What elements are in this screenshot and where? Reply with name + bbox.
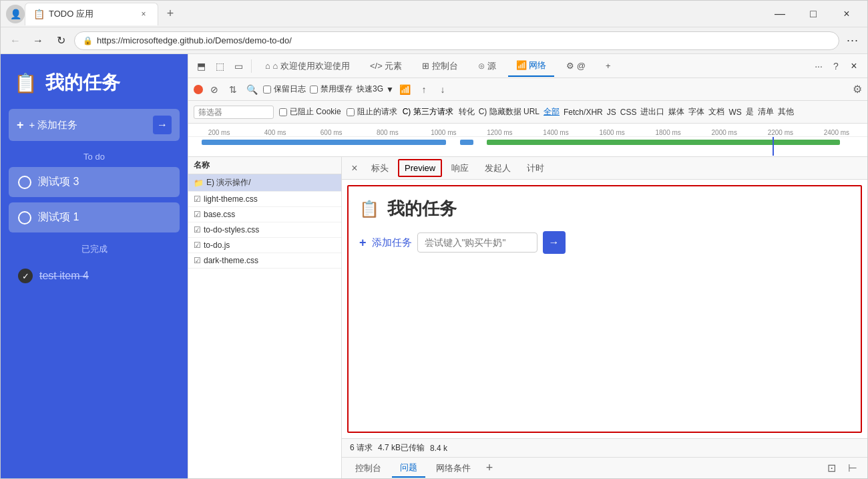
filter-tag-transform[interactable]: 转化 (459, 106, 475, 118)
blocked-filter-checkbox[interactable] (347, 108, 355, 116)
request-item-light[interactable]: ☑ light-theme.css (188, 192, 341, 207)
filter-tag-media[interactable]: 媒体 (668, 106, 684, 118)
detail-tab-timing[interactable]: 计时 (520, 158, 551, 178)
devtools-close-button[interactable]: × (846, 58, 862, 74)
tab-network[interactable]: 📶 网络 (508, 55, 555, 77)
cookie-filter-label[interactable]: 已阻止 Cookie (279, 106, 341, 118)
devtools-help-button[interactable]: ? (829, 59, 843, 73)
disable-cache-checkbox[interactable] (310, 86, 318, 94)
filter-tag-yes[interactable]: 是 (746, 106, 754, 118)
active-tab[interactable]: 📋 TODO 应用 × (25, 3, 158, 25)
back-button[interactable]: ← (6, 31, 25, 50)
preview-task-input[interactable] (417, 232, 537, 253)
upload-icon[interactable]: ↑ (417, 82, 431, 97)
clear-button[interactable]: ⊘ (207, 82, 222, 97)
refresh-button[interactable]: ↻ (51, 31, 70, 50)
bottom-tab-issues[interactable]: 问题 (392, 459, 425, 478)
filter-tag-font[interactable]: 字体 (688, 106, 704, 118)
preserve-log-label[interactable]: 保留日志 (263, 84, 306, 95)
record-button[interactable] (194, 85, 203, 94)
preview-add-button[interactable]: → (543, 231, 566, 254)
download-icon[interactable]: ↓ (435, 82, 450, 97)
blocked-filter-label[interactable]: 阻止的请求 (347, 106, 397, 118)
network-speed-selector[interactable]: 快速3G ▼ (357, 84, 394, 95)
filter-tag-css[interactable]: CSS (620, 108, 637, 117)
filter-input[interactable] (194, 106, 274, 119)
network-settings-icon[interactable]: ⚙ (853, 83, 862, 96)
filter-tag-hide-url[interactable]: C) 隐藏数据 URL (479, 106, 539, 118)
inspect-element-button[interactable]: ⬒ (194, 59, 208, 73)
devtools-bottom-tabs: 控制台 问题 网络条件 + ⊡ ⊢ (342, 457, 867, 478)
tab-sources[interactable]: ⊙ 源 (470, 56, 504, 76)
transfer-size: 4.7 kB已传输 (378, 442, 425, 454)
bottom-tab-network-conditions[interactable]: 网络条件 (428, 460, 479, 477)
new-tab-button[interactable]: + (161, 5, 180, 23)
detail-close-button[interactable]: × (347, 161, 362, 176)
tab-console[interactable]: ⊞ 控制台 (414, 56, 466, 76)
devtools-toolbar-right: ··· ? × (811, 58, 862, 74)
detail-tab-initiator[interactable]: 发起人 (478, 158, 517, 178)
todo-item-2[interactable]: 测试项 1 (9, 202, 180, 232)
filter-tag-ws[interactable]: WS (728, 108, 741, 117)
cookie-filter-checkbox[interactable] (279, 108, 287, 116)
tab-welcome[interactable]: ⌂ ⌂ 欢迎使用欢迎使用 (257, 56, 358, 76)
filter-tag-all[interactable]: 全部 (544, 106, 560, 118)
todo-item-1[interactable]: 测试项 3 (9, 167, 180, 197)
request-item-name-demo: E) 演示操作/ (206, 177, 251, 188)
request-item-demo[interactable]: 📁 E) 演示操作/ (188, 174, 341, 192)
disable-cache-text: 禁用缓存 (320, 84, 353, 95)
toolbar-separator-1 (251, 59, 252, 73)
profile-avatar[interactable]: 👤 (6, 5, 25, 23)
filter-tag-other[interactable]: 其他 (778, 106, 794, 118)
detail-tab-preview[interactable]: Preview (398, 159, 442, 177)
search-button[interactable]: 🔍 (244, 82, 259, 97)
devtools-more-button[interactable]: ··· (811, 59, 826, 73)
request-file-icon-2: ☑ (194, 210, 201, 219)
tab-performance[interactable]: ⚙ @ (558, 57, 594, 75)
forward-button[interactable]: → (29, 31, 47, 50)
completed-item-1[interactable]: ✓ test item 4 (9, 261, 180, 291)
disable-cache-label[interactable]: 禁用缓存 (310, 84, 353, 95)
url-bar[interactable]: 🔒 https://microsoftedge.github.io/Demos/… (74, 31, 839, 50)
browser-more-button[interactable]: ··· (843, 31, 862, 50)
filter-tag-manifest[interactable]: 清单 (758, 106, 774, 118)
maximize-button[interactable]: □ (798, 3, 829, 25)
address-bar: ← → ↻ 🔒 https://microsoftedge.github.io/… (1, 27, 867, 54)
main-content: 📋 我的任务 + + 添加任务 → To do 测试项 3 测试项 1 已完成 … (1, 54, 867, 478)
filter-button[interactable]: ⇅ (226, 82, 240, 97)
preview-logo-icon: 📋 (359, 200, 379, 218)
panel-layout-button[interactable]: ▭ (231, 59, 246, 73)
request-item-todo-styles[interactable]: ☑ to-do-styles.css (188, 222, 341, 238)
devtools-top-toolbar: ⬒ ⬚ ▭ ⌂ ⌂ 欢迎使用欢迎使用 </> 元素 ⊞ 控制台 ⊙ 源 📶 网络… (188, 54, 867, 78)
request-file-icon-1: ☑ (194, 194, 201, 204)
bottom-tab-add-button[interactable]: + (481, 460, 497, 476)
preview-plus-icon: + (359, 236, 367, 250)
tab-add[interactable]: + (598, 57, 619, 75)
device-emulation-button[interactable]: ⬚ (212, 59, 227, 73)
todo-section-label: To do (1, 152, 188, 162)
detail-tab-response[interactable]: 响应 (445, 158, 475, 178)
tab-close-button[interactable]: × (138, 8, 150, 20)
detail-tab-headers[interactable]: 标头 (365, 158, 395, 178)
network-content: 名称 📁 E) 演示操作/ ☑ light-theme.css ☑ base.c… (188, 157, 867, 478)
bottom-tab-console[interactable]: 控制台 (347, 460, 389, 477)
filter-tag-js[interactable]: JS (607, 108, 616, 117)
throttle-icon[interactable]: 📶 (398, 82, 413, 97)
preview-panel: 📋 我的任务 + 添加任务 → (347, 185, 862, 433)
filter-tag-fetch[interactable]: Fetch/XHR (564, 108, 603, 117)
undock-left-button[interactable]: ⊡ (822, 459, 841, 478)
undock-right-button[interactable]: ⊢ (843, 459, 862, 478)
minimize-button[interactable]: — (765, 3, 795, 25)
request-item-base[interactable]: ☑ base.css (188, 207, 341, 222)
filter-tag-doc[interactable]: 文档 (708, 106, 724, 118)
close-button[interactable]: × (831, 3, 862, 25)
tab-elements[interactable]: </> 元素 (362, 56, 410, 76)
add-task-bar[interactable]: + + 添加任务 → (9, 109, 180, 141)
todo-header: 📋 我的任务 (1, 54, 188, 109)
completed-check-icon: ✓ (18, 269, 33, 283)
request-item-todo-js[interactable]: ☑ to-do.js (188, 238, 341, 253)
filter-tag-import[interactable]: 进出口 (640, 106, 664, 118)
preserve-log-checkbox[interactable] (263, 86, 271, 94)
request-item-dark[interactable]: ☑ dark-theme.css (188, 253, 341, 269)
add-task-arrow-button[interactable]: → (153, 116, 172, 134)
